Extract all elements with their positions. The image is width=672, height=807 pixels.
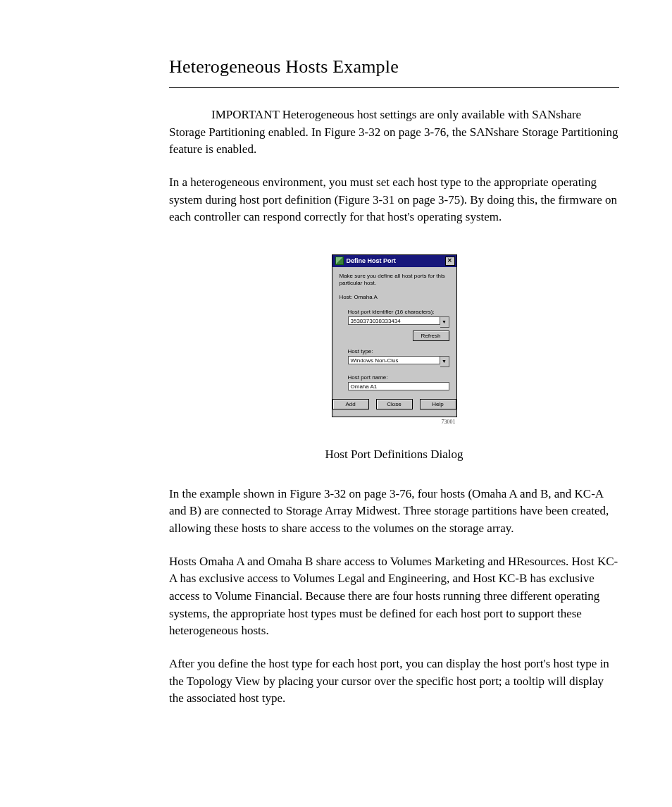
chevron-down-icon[interactable]: ▼ — [440, 356, 449, 367]
paragraph-important: IMPORTANT Heterogeneous host settings ar… — [169, 106, 619, 159]
paragraph-tooltip: After you define the host type for each … — [169, 655, 619, 708]
host-port-name-group: Host port name: Omaha A1 — [348, 374, 449, 390]
figure-caption: Host Port Definitions Dialog — [169, 448, 619, 462]
paragraph-access: Hosts Omaha A and Omaha B share access t… — [169, 553, 619, 640]
host-port-name-label: Host port name: — [348, 374, 449, 381]
close-icon[interactable]: ✕ — [445, 257, 455, 266]
document-page: Heterogeneous Hosts Example IMPORTANT He… — [0, 0, 672, 765]
dialog-app-icon — [335, 257, 344, 265]
host-type-select[interactable]: Windows Non-Clus — [348, 356, 440, 364]
host-type-group: Host type: Windows Non-Clus ▼ — [348, 348, 449, 367]
add-button[interactable]: Add — [332, 399, 369, 409]
dialog-title: Define Host Port — [347, 257, 445, 264]
host-label: Host: Omaha A — [340, 294, 449, 300]
help-button[interactable]: Help — [420, 399, 456, 409]
define-host-port-dialog: Define Host Port ✕ Make sure you define … — [332, 254, 457, 417]
dialog-message: Make sure you define all host ports for … — [340, 273, 449, 287]
page-title: Heterogeneous Hosts Example — [169, 56, 619, 78]
host-port-id-input[interactable]: 3538373038333434 — [348, 316, 440, 325]
close-button[interactable]: Close — [376, 399, 413, 409]
refresh-button[interactable]: Refresh — [413, 331, 449, 341]
paragraph-example: In the example shown in Figure 3-32 on p… — [169, 486, 619, 538]
dialog-body: Make sure you define all host ports for … — [332, 267, 456, 417]
chevron-down-icon[interactable]: ▼ — [440, 316, 449, 328]
paragraph-intro: In a heterogeneous environment, you must… — [169, 174, 619, 226]
host-port-id-group: Host port identifier (16 characters): 35… — [348, 309, 449, 341]
figure-number: 73001 — [332, 417, 457, 425]
figure-wrap: Define Host Port ✕ Make sure you define … — [169, 254, 619, 426]
title-rule — [169, 87, 619, 88]
dialog-titlebar[interactable]: Define Host Port ✕ — [332, 255, 456, 267]
host-port-name-input[interactable]: Omaha A1 — [348, 382, 449, 390]
dialog-button-row: Add Close Help — [340, 399, 449, 409]
host-type-label: Host type: — [348, 348, 449, 355]
host-port-id-label: Host port identifier (16 characters): — [348, 309, 449, 315]
